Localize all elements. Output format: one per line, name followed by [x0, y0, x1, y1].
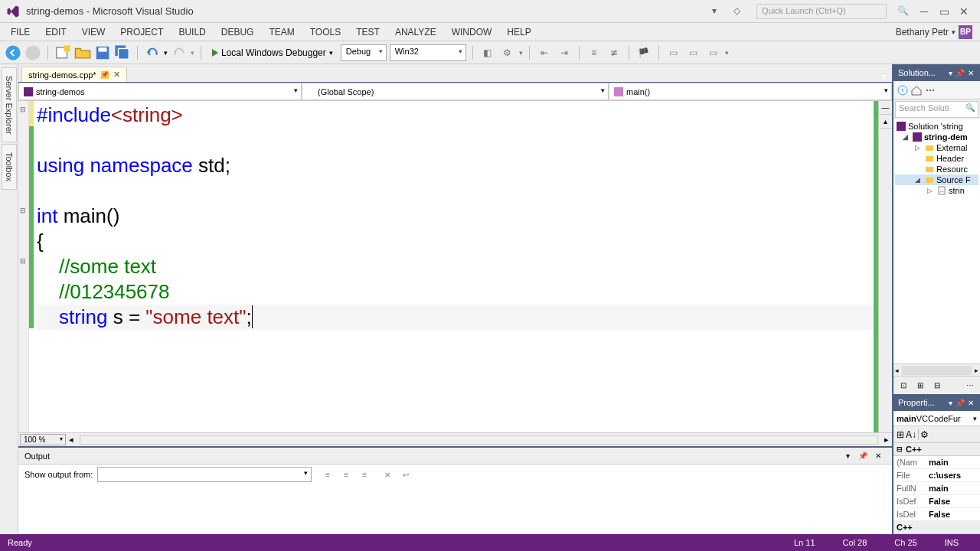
menu-project[interactable]: PROJECT — [113, 24, 171, 41]
horizontal-scrollbar[interactable] — [80, 435, 878, 445]
output-dropdown-button[interactable]: ▾ — [841, 450, 854, 462]
solexp-hscroll[interactable]: ◂▸ — [893, 364, 980, 376]
scope-nav-combo[interactable]: (Global Scope) — [302, 83, 609, 100]
prop-alpha-icon[interactable]: A↓ — [906, 429, 916, 440]
prop-pages-icon[interactable]: ⚙ — [920, 429, 929, 440]
prop-close-button[interactable]: ✕ — [968, 399, 974, 407]
output-wrap-button[interactable]: ↩ — [399, 468, 413, 481]
platform-combo[interactable]: Win32 — [390, 44, 466, 61]
solexp-pin-button[interactable]: 📌 — [956, 69, 965, 77]
menu-help[interactable]: HELP — [499, 24, 538, 41]
maximize-button[interactable]: ▭ — [936, 3, 952, 20]
uncomment-button[interactable]: ≢ — [606, 44, 622, 61]
output-close-button[interactable]: ✕ — [872, 450, 884, 462]
minimize-button[interactable]: ─ — [916, 3, 933, 20]
close-button[interactable]: ✕ — [956, 3, 972, 20]
start-debugger-button[interactable]: Local Windows Debugger ▾ — [207, 46, 338, 60]
tool-icon-4[interactable]: ⋯ — [963, 379, 977, 393]
toolbar-btn-5[interactable]: ▭ — [705, 44, 722, 61]
tree-source-folder[interactable]: ◢ Source F — [895, 174, 978, 185]
function-nav-combo[interactable]: main() — [609, 83, 892, 100]
undo-button[interactable] — [144, 44, 161, 61]
code-text[interactable]: #include<string> using namespace std; in… — [34, 101, 874, 432]
property-row[interactable]: FullNmain — [893, 482, 980, 495]
output-icon-1[interactable]: ≡ — [321, 468, 335, 481]
prop-dropdown-button[interactable]: ▾ — [949, 399, 952, 407]
solexp-dropdown-button[interactable]: ▾ — [949, 69, 952, 77]
fold-marker[interactable]: ⊟ — [20, 257, 26, 265]
toolbar-btn-2[interactable]: ⚙ — [499, 44, 516, 61]
solexp-back-icon[interactable] — [897, 84, 909, 96]
menu-view[interactable]: VIEW — [74, 24, 113, 41]
toolbar-btn-1[interactable]: ◧ — [479, 44, 496, 61]
solexp-close-button[interactable]: ✕ — [968, 69, 974, 77]
tree-solution-node[interactable]: Solution 'string — [895, 121, 978, 132]
zoom-combo[interactable]: 100 % — [20, 434, 66, 445]
indent-button[interactable]: ⇥ — [556, 44, 573, 61]
split-button[interactable]: — — [879, 101, 892, 115]
solexp-search[interactable]: Search Soluti — [895, 101, 978, 118]
prop-pin-button[interactable]: 📌 — [956, 399, 965, 407]
toolbox-tab[interactable]: Toolbox — [2, 144, 17, 190]
output-pin-button[interactable]: 📌 — [857, 450, 869, 462]
menu-debug[interactable]: DEBUG — [214, 24, 262, 41]
prop-category-cpp[interactable]: ⊟C++ — [893, 443, 980, 456]
solexp-home-icon[interactable] — [910, 84, 923, 96]
tool-icon-3[interactable]: ⊟ — [930, 379, 944, 393]
config-combo[interactable]: Debug — [341, 44, 387, 61]
feedback-icon[interactable]: ◇ — [733, 5, 746, 18]
scroll-up-button[interactable]: ▴ — [879, 115, 892, 129]
properties-subheader[interactable]: main VCCodeFur ▾ — [893, 411, 980, 426]
quick-launch-input[interactable]: Quick Launch (Ctrl+Q) — [756, 4, 887, 19]
property-row[interactable]: Filec:\users — [893, 469, 980, 482]
notifications-icon[interactable]: ▾ — [712, 5, 724, 18]
user-account[interactable]: Bethany Petr ▾ BP — [891, 25, 977, 39]
nav-forward-button[interactable] — [24, 44, 41, 61]
tree-resource-folder[interactable]: Resourc — [895, 164, 978, 174]
tab-overflow-button[interactable]: ▾ — [875, 71, 892, 82]
nav-back-button[interactable] — [5, 44, 21, 61]
file-tab[interactable]: string-demos.cpp* 📌 ✕ — [21, 67, 127, 82]
toolbar-btn-4[interactable]: ▭ — [685, 44, 702, 61]
menu-team[interactable]: TEAM — [261, 24, 302, 41]
tree-file-node[interactable]: ▷ ++ strin — [895, 185, 978, 196]
menu-window[interactable]: WINDOW — [444, 24, 500, 41]
tab-close-button[interactable]: ✕ — [113, 70, 120, 80]
search-icon[interactable]: 🔍 — [897, 5, 910, 18]
tab-pin-icon[interactable]: 📌 — [101, 71, 109, 79]
prop-categorize-icon[interactable]: ⊞ — [897, 429, 904, 440]
project-nav-combo[interactable]: string-demos — [18, 83, 302, 100]
menu-analyze[interactable]: ANALYZE — [387, 24, 444, 41]
prop-category-cpp2[interactable]: C++ — [893, 521, 980, 534]
menu-build[interactable]: BUILD — [171, 24, 213, 41]
fold-gutter[interactable]: ⊟ ⊟ ⊟ — [18, 101, 29, 432]
output-body[interactable] — [18, 484, 892, 534]
hscroll-left[interactable]: ◂ — [66, 435, 77, 445]
new-project-button[interactable] — [54, 44, 71, 61]
property-row[interactable]: IsDelFalse — [893, 508, 980, 521]
tree-external-folder[interactable]: ▷ External — [895, 142, 978, 153]
menu-tools[interactable]: TOOLS — [302, 24, 348, 41]
menu-test[interactable]: TEST — [348, 24, 387, 41]
tool-icon-1[interactable]: ⊡ — [897, 379, 910, 393]
redo-button[interactable] — [171, 44, 188, 61]
fold-marker[interactable]: ⊟ — [20, 207, 26, 214]
toolbar-btn-3[interactable]: ▭ — [665, 44, 682, 61]
save-all-button[interactable] — [114, 44, 131, 61]
property-row[interactable]: (Nammain — [893, 456, 980, 469]
output-icon-3[interactable]: ≡ — [358, 468, 371, 481]
code-editor[interactable]: ⊟ ⊟ ⊟ #include<string> using namespace s… — [18, 101, 892, 432]
solexp-more-icon[interactable]: ⋯ — [924, 84, 936, 96]
comment-button[interactable]: ≡ — [586, 44, 603, 61]
fold-marker[interactable]: ⊟ — [20, 106, 26, 113]
output-icon-2[interactable]: ≡ — [339, 468, 353, 481]
output-source-combo[interactable] — [97, 467, 312, 482]
tree-project-node[interactable]: ◢ string-dem — [895, 132, 978, 142]
outdent-button[interactable]: ⇤ — [536, 44, 553, 61]
open-file-button[interactable] — [74, 44, 91, 61]
menu-file[interactable]: FILE — [3, 24, 38, 41]
save-button[interactable] — [94, 44, 111, 61]
hscroll-right[interactable]: ▸ — [881, 435, 892, 445]
property-row[interactable]: IsDefFalse — [893, 495, 980, 508]
tree-header-folder[interactable]: Header — [895, 153, 978, 164]
